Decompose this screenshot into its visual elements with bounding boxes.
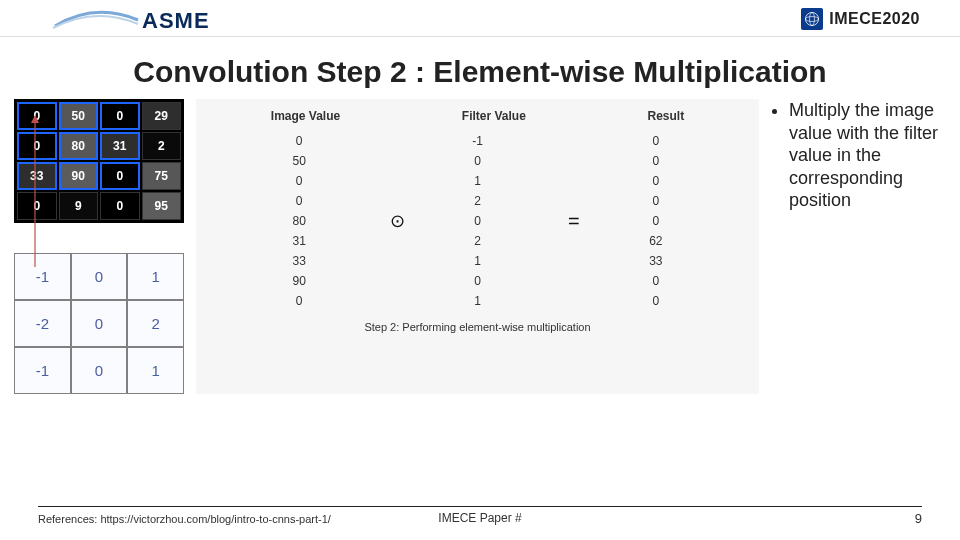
img-cell: 31 bbox=[100, 132, 140, 160]
calc-row: 010 bbox=[210, 291, 745, 311]
slide-footer: References: https://victorzhou.com/blog/… bbox=[0, 506, 960, 526]
calc-cell: 0 bbox=[568, 274, 745, 288]
img-cell: 9 bbox=[59, 192, 99, 220]
calc-row: 8000 bbox=[210, 211, 745, 231]
img-cell: 50 bbox=[59, 102, 99, 130]
references-label: References: bbox=[38, 513, 97, 525]
page-number: 9 bbox=[915, 511, 922, 526]
calc-row: 020 bbox=[210, 191, 745, 211]
calc-row: 33133 bbox=[210, 251, 745, 271]
asme-swoosh-icon bbox=[50, 8, 140, 30]
svg-point-2 bbox=[810, 12, 815, 25]
calc-cell: 0 bbox=[389, 214, 566, 228]
calc-cell: 0 bbox=[568, 174, 745, 188]
globe-icon bbox=[801, 8, 823, 30]
explanation-column: Multiply the image value with the filter… bbox=[771, 99, 946, 394]
calc-row: 5000 bbox=[210, 151, 745, 171]
imece-text: IMECE2020 bbox=[829, 10, 920, 28]
img-cell: 0 bbox=[17, 132, 57, 160]
asme-text: ASME bbox=[142, 8, 210, 34]
references: References: https://victorzhou.com/blog/… bbox=[38, 513, 331, 525]
image-patch-grid: 0 50 0 29 0 80 31 2 33 90 0 75 0 9 0 95 bbox=[14, 99, 184, 223]
filter-cell: 0 bbox=[71, 253, 128, 300]
img-cell: 95 bbox=[142, 192, 182, 220]
col-header: Image Value bbox=[271, 109, 340, 123]
calc-row: 31262 bbox=[210, 231, 745, 251]
img-cell: 75 bbox=[142, 162, 182, 190]
slide-title: Convolution Step 2 : Element-wise Multip… bbox=[0, 55, 960, 89]
img-cell: 0 bbox=[100, 102, 140, 130]
calc-cell: 0 bbox=[211, 134, 388, 148]
img-cell: 2 bbox=[142, 132, 182, 160]
img-cell: 0 bbox=[17, 102, 57, 130]
svg-point-1 bbox=[806, 17, 819, 22]
calc-cell: 31 bbox=[211, 234, 388, 248]
calc-cell: 0 bbox=[211, 194, 388, 208]
svg-point-0 bbox=[806, 12, 819, 25]
filter-cell: -2 bbox=[14, 300, 71, 347]
equals-icon: = bbox=[568, 210, 580, 233]
calc-cell: 80 bbox=[211, 214, 388, 228]
references-url: https://victorzhou.com/blog/intro-to-cnn… bbox=[100, 513, 330, 525]
footer-divider bbox=[38, 506, 922, 507]
calc-cell: -1 bbox=[389, 134, 566, 148]
calculation-panel: Image Value Filter Value Result ⊙ = 0-10… bbox=[196, 99, 759, 394]
col-header: Filter Value bbox=[462, 109, 526, 123]
img-cell: 80 bbox=[59, 132, 99, 160]
img-cell: 0 bbox=[100, 192, 140, 220]
calc-cell: 0 bbox=[211, 294, 388, 308]
calc-cell: 1 bbox=[389, 294, 566, 308]
left-column: 0 50 0 29 0 80 31 2 33 90 0 75 0 9 0 95 … bbox=[14, 99, 184, 394]
filter-cell: 0 bbox=[71, 347, 128, 394]
img-cell: 0 bbox=[17, 192, 57, 220]
calc-cell: 33 bbox=[211, 254, 388, 268]
calc-cell: 0 bbox=[568, 194, 745, 208]
bullet-text: Multiply the image value with the filter… bbox=[789, 99, 946, 212]
slide-header: ASME IMECE2020 bbox=[0, 0, 960, 37]
calc-cell: 0 bbox=[211, 174, 388, 188]
filter-cell: -1 bbox=[14, 347, 71, 394]
calc-cell: 0 bbox=[389, 154, 566, 168]
content-area: 0 50 0 29 0 80 31 2 33 90 0 75 0 9 0 95 … bbox=[0, 99, 960, 394]
calc-cell: 0 bbox=[568, 134, 745, 148]
calc-header-row: Image Value Filter Value Result bbox=[210, 109, 745, 123]
hadamard-icon: ⊙ bbox=[390, 210, 405, 232]
calc-cell: 50 bbox=[211, 154, 388, 168]
filter-cell: 1 bbox=[127, 253, 184, 300]
calc-cell: 2 bbox=[389, 194, 566, 208]
filter-kernel-grid: -1 0 1 -2 0 2 -1 0 1 bbox=[14, 253, 184, 394]
calc-cell: 0 bbox=[568, 214, 745, 228]
calc-row: 9000 bbox=[210, 271, 745, 291]
step-caption: Step 2: Performing element-wise multipli… bbox=[210, 321, 745, 333]
calc-cell: 33 bbox=[568, 254, 745, 268]
asme-logo: ASME bbox=[50, 6, 210, 32]
filter-cell: 0 bbox=[71, 300, 128, 347]
arrow-icon bbox=[30, 239, 32, 267]
img-cell: 90 bbox=[59, 162, 99, 190]
calc-row: 010 bbox=[210, 171, 745, 191]
calc-cell: 2 bbox=[389, 234, 566, 248]
calc-cell: 62 bbox=[568, 234, 745, 248]
calc-cell: 0 bbox=[389, 274, 566, 288]
calc-body: ⊙ = 0-105000010020800031262331339000010 bbox=[210, 131, 745, 311]
footer-center: IMECE Paper # bbox=[438, 511, 521, 525]
img-cell: 0 bbox=[100, 162, 140, 190]
filter-cell: 2 bbox=[127, 300, 184, 347]
filter-cell: -1 bbox=[14, 253, 71, 300]
calc-cell: 1 bbox=[389, 174, 566, 188]
filter-cell: 1 bbox=[127, 347, 184, 394]
imece-logo: IMECE2020 bbox=[801, 8, 920, 30]
calc-cell: 0 bbox=[568, 294, 745, 308]
calc-cell: 90 bbox=[211, 274, 388, 288]
calc-cell: 0 bbox=[568, 154, 745, 168]
calc-row: 0-10 bbox=[210, 131, 745, 151]
img-cell: 29 bbox=[142, 102, 182, 130]
img-cell: 33 bbox=[17, 162, 57, 190]
calc-cell: 1 bbox=[389, 254, 566, 268]
col-header: Result bbox=[647, 109, 684, 123]
